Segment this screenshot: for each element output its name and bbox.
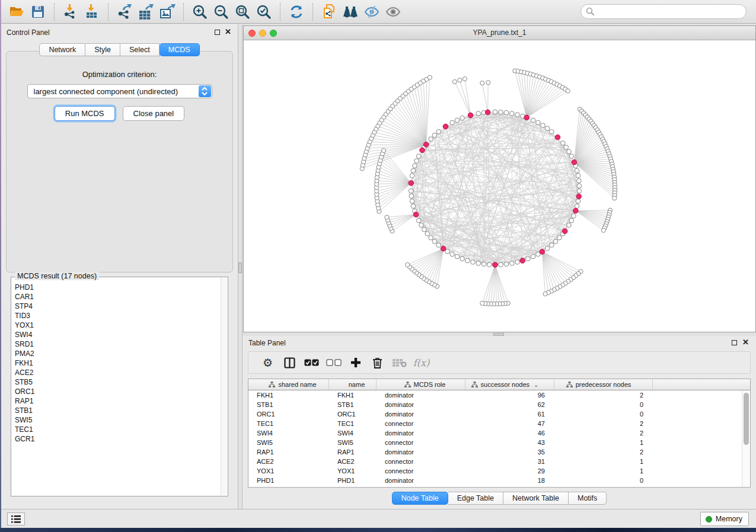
tab-motifs[interactable]: Motifs: [569, 492, 607, 505]
network-window-titlebar[interactable]: YPA_prune.txt_1: [244, 26, 755, 40]
result-scrollbar[interactable]: [221, 278, 227, 495]
table-row[interactable]: ORC1ORC1dominator610: [248, 409, 742, 419]
delete-rows-button[interactable]: [366, 354, 388, 371]
tab-edge-table[interactable]: Edge Table: [448, 492, 503, 505]
minimize-window-icon[interactable]: [259, 30, 266, 37]
zoom-selected-button[interactable]: [253, 2, 275, 21]
mcds-result-item[interactable]: STP4: [15, 302, 228, 311]
mcds-result-item[interactable]: ORC1: [15, 387, 228, 396]
mcds-result-item[interactable]: SRD1: [15, 339, 228, 349]
mcds-result-item[interactable]: FKH1: [15, 358, 228, 368]
mcds-result-item[interactable]: SWI4: [15, 330, 228, 339]
column-header-name[interactable]: name: [329, 379, 377, 390]
zoom-out-button[interactable]: [210, 2, 232, 21]
search-network-button[interactable]: [340, 2, 361, 21]
mcds-result-item[interactable]: YOX1: [15, 321, 228, 330]
control-panel-tabs: Network Style Select MCDS: [1, 43, 238, 56]
tab-mcds[interactable]: MCDS: [160, 43, 200, 56]
search-input[interactable]: [595, 6, 746, 18]
table-cell: dominator: [377, 447, 465, 457]
mcds-result-item[interactable]: STB1: [15, 406, 228, 415]
mcds-result-item[interactable]: SWI5: [15, 415, 228, 425]
network-search-box[interactable]: [580, 4, 747, 19]
application-window: Control Panel ✕ Network Style Select MCD…: [1, 0, 756, 528]
table-row[interactable]: PHD1PHD1dominator180: [248, 476, 742, 485]
mcds-result-item[interactable]: RAP1: [15, 396, 228, 406]
table-scrollbar[interactable]: [742, 390, 750, 487]
hide-panels-button[interactable]: [361, 2, 382, 21]
import-table-button[interactable]: [81, 2, 103, 21]
vertical-splitter[interactable]: [238, 24, 243, 509]
open-session-button[interactable]: [6, 2, 27, 21]
task-history-button[interactable]: [7, 512, 25, 525]
table-cell: dominator: [377, 390, 465, 400]
mcds-result-item[interactable]: TEC1: [15, 425, 228, 434]
save-session-button[interactable]: [27, 2, 49, 21]
mcds-result-list[interactable]: PHD1CAR1STP4TID3YOX1SWI4SRD1PMA2FKH1ACE2…: [11, 277, 228, 444]
table-row[interactable]: TEC1TEC1connector472: [248, 419, 742, 428]
mcds-result-item[interactable]: GCR1: [15, 434, 228, 444]
column-header-successor-nodes[interactable]: successor nodes ⌄: [465, 379, 554, 390]
select-all-button[interactable]: [301, 354, 323, 371]
show-panels-button[interactable]: [382, 2, 404, 21]
table-panel: Table Panel ✕ ⚙: [243, 336, 756, 509]
network-canvas[interactable]: [244, 40, 755, 332]
table-settings-button[interactable]: ⚙: [257, 354, 279, 371]
maximize-window-icon[interactable]: [270, 30, 277, 37]
plus-icon: [350, 357, 361, 368]
table-cell: STB1: [248, 400, 329, 409]
table-row[interactable]: SWI4SWI4dominator462: [248, 428, 742, 438]
optimization-criterion-select[interactable]: largest connected component (undirected): [27, 84, 212, 98]
clone-network-button[interactable]: [318, 2, 340, 21]
table-cell: connector: [377, 466, 465, 476]
function-builder-button[interactable]: f(x): [410, 354, 432, 371]
refresh-view-button[interactable]: [286, 2, 307, 21]
table-cell: dominator: [377, 428, 465, 438]
table-row[interactable]: SWI5SWI5connector431: [248, 438, 742, 447]
close-window-icon[interactable]: [248, 30, 256, 37]
add-row-button[interactable]: [344, 354, 366, 371]
mcds-result-item[interactable]: ACE2: [15, 368, 228, 377]
splitter-handle[interactable]: [238, 262, 242, 273]
zoom-in-button[interactable]: [189, 2, 210, 21]
tab-node-table[interactable]: Node Table: [392, 492, 448, 505]
zoom-fit-button[interactable]: [232, 2, 253, 21]
table-cell: ACE2: [248, 457, 329, 466]
table-cell: ORC1: [329, 409, 377, 419]
run-mcds-button[interactable]: Run MCDS: [55, 106, 115, 121]
column-header-predecessor-nodes[interactable]: predecessor nodes: [554, 379, 653, 390]
network-view-window: YPA_prune.txt_1: [243, 25, 756, 332]
export-table-button[interactable]: [135, 2, 157, 21]
tab-network[interactable]: Network: [39, 43, 85, 56]
export-network-button[interactable]: [114, 2, 135, 21]
table-row[interactable]: ACE2ACE2connector311: [248, 457, 742, 466]
column-header-shared-name[interactable]: shared name: [248, 379, 329, 390]
table-cell: ACE2: [329, 457, 377, 466]
export-image-button[interactable]: [157, 2, 178, 21]
columns-icon: [284, 357, 295, 368]
table-row[interactable]: FKH1FKH1dominator962: [248, 390, 742, 400]
mcds-result-item[interactable]: PHD1: [15, 283, 228, 292]
column-header-mcds-role[interactable]: MCDS role: [377, 379, 465, 390]
tab-select[interactable]: Select: [120, 43, 160, 56]
close-panel-icon[interactable]: ✕: [225, 27, 231, 37]
import-network-button[interactable]: [60, 2, 81, 21]
float-panel-icon[interactable]: [732, 340, 737, 345]
table-row[interactable]: YOX1YOX1connector291: [248, 466, 742, 476]
mcds-result-item[interactable]: CAR1: [15, 292, 228, 302]
close-panel-button[interactable]: Close panel: [123, 106, 185, 121]
mcds-result-item[interactable]: PMA2: [15, 349, 228, 358]
memory-button[interactable]: Memory: [700, 512, 749, 526]
tab-network-table[interactable]: Network Table: [503, 492, 569, 505]
tab-style[interactable]: Style: [85, 43, 120, 56]
delete-table-button[interactable]: [388, 354, 410, 371]
show-columns-button[interactable]: [279, 354, 301, 371]
deselect-all-button[interactable]: [323, 354, 344, 371]
close-panel-icon[interactable]: ✕: [742, 338, 749, 347]
table-row[interactable]: STB1STB1dominator620: [248, 400, 742, 409]
float-panel-icon[interactable]: [215, 30, 220, 35]
table-row[interactable]: RAP1RAP1dominator352: [248, 447, 742, 457]
mcds-result-item[interactable]: STB5: [15, 377, 228, 387]
mcds-result-item[interactable]: TID3: [15, 311, 228, 321]
scrollbar-thumb[interactable]: [744, 393, 749, 445]
